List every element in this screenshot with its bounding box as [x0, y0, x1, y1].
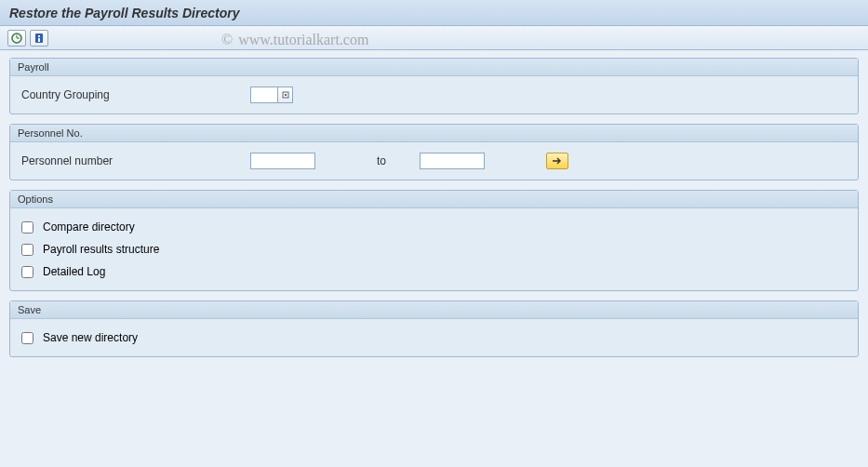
title-bar: Restore the Payroll Results Directory: [0, 0, 868, 26]
country-grouping-search-help[interactable]: [278, 87, 293, 103]
save-new-directory-checkbox[interactable]: [21, 332, 33, 344]
personnel-number-from-input[interactable]: [250, 153, 315, 169]
group-save-header: Save: [10, 301, 858, 319]
svg-rect-5: [38, 38, 40, 42]
page-title: Restore the Payroll Results Directory: [9, 6, 239, 20]
execute-icon: [11, 33, 22, 44]
payroll-results-structure-row: Payroll results structure: [21, 238, 847, 260]
personnel-number-to-label: to: [377, 154, 386, 167]
personnel-number-to-input[interactable]: [420, 153, 485, 169]
execute-button[interactable]: [7, 30, 26, 47]
group-options-header: Options: [10, 191, 858, 208]
compare-directory-checkbox[interactable]: [21, 221, 33, 234]
svg-rect-4: [38, 35, 40, 37]
group-personnel: Personnel No. Personnel number to: [9, 124, 859, 180]
group-payroll-header: Payroll: [10, 59, 858, 76]
toolbar: [0, 26, 868, 50]
info-icon: [33, 33, 45, 44]
personnel-number-label: Personnel number: [21, 154, 245, 167]
country-grouping-label: Country Grouping: [21, 88, 245, 101]
save-new-directory-label: Save new directory: [43, 331, 138, 344]
payroll-results-structure-label: Payroll results structure: [43, 243, 159, 256]
content: Payroll Country Grouping Personn: [0, 50, 868, 374]
compare-directory-label: Compare directory: [43, 220, 135, 234]
personnel-number-row: Personnel number to: [21, 150, 847, 172]
save-new-directory-row: Save new directory: [21, 327, 847, 349]
multiple-selection-button[interactable]: [546, 153, 568, 169]
detailed-log-checkbox[interactable]: [21, 266, 33, 278]
search-help-icon: [282, 91, 289, 99]
group-save: Save Save new directory: [9, 300, 859, 357]
group-payroll: Payroll Country Grouping: [9, 58, 859, 114]
group-options: Options Compare directory Payroll result…: [9, 190, 859, 291]
arrow-right-icon: [552, 157, 563, 165]
country-grouping-input[interactable]: [250, 87, 278, 103]
compare-directory-row: Compare directory: [21, 216, 847, 238]
detailed-log-row: Detailed Log: [21, 260, 847, 283]
payroll-results-structure-checkbox[interactable]: [21, 244, 33, 256]
country-grouping-row: Country Grouping: [21, 84, 847, 106]
info-button[interactable]: [30, 30, 48, 47]
group-personnel-header: Personnel No.: [10, 125, 858, 142]
detailed-log-label: Detailed Log: [43, 265, 105, 278]
